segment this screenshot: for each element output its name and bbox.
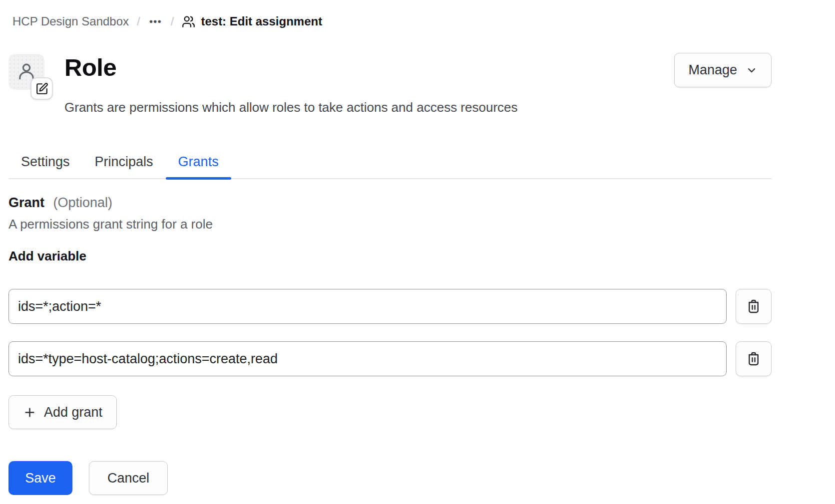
cancel-button[interactable]: Cancel [89,461,168,495]
add-variable-label: Add variable [8,248,772,264]
save-button[interactable]: Save [8,461,72,495]
breadcrumb-separator: / [137,14,140,28]
role-avatar [8,54,44,90]
optional-label: (Optional) [53,195,113,210]
grant-help-text: A permissions grant string for a role [8,216,772,233]
grant-row [8,341,772,376]
trash-icon [746,298,762,314]
page-title: Role [64,53,518,82]
breadcrumb-ellipsis-button[interactable]: ••• [148,15,163,27]
edit-avatar-button[interactable] [30,77,53,100]
breadcrumb-current-label: test: Edit assignment [201,14,322,28]
breadcrumb-separator: / [171,14,174,28]
page-header: Role Grants are permissions which allow … [8,53,772,116]
breadcrumb: HCP Design Sandbox / ••• / test: Edit as… [12,13,772,30]
tab-grants[interactable]: Grants [166,152,231,178]
grant-input-2[interactable] [8,341,727,376]
users-icon [182,15,195,28]
trash-icon [746,351,762,367]
tab-settings[interactable]: Settings [8,152,82,178]
delete-grant-2-button[interactable] [736,341,772,376]
tab-principals[interactable]: Principals [82,152,166,178]
breadcrumb-item-hcp-design-sandbox[interactable]: HCP Design Sandbox [12,14,129,28]
breadcrumb-item-current: test: Edit assignment [182,14,322,28]
grant-label: Grant [8,195,44,210]
grant-input-1[interactable] [8,289,727,324]
delete-grant-1-button[interactable] [736,289,772,324]
manage-button-label: Manage [688,62,737,78]
page: HCP Design Sandbox / ••• / test: Edit as… [0,13,772,495]
tab-bar: Settings Principals Grants [8,152,772,179]
form-actions: Save Cancel [8,461,772,495]
grant-heading: Grant (Optional) [8,194,772,211]
page-subtitle: Grants are permissions which allow roles… [64,99,518,116]
plus-icon [23,406,36,419]
edit-pencil-icon [35,82,48,95]
add-grant-button-label: Add grant [44,405,102,420]
chevron-down-icon [746,64,758,76]
add-grant-button[interactable]: Add grant [8,395,117,429]
manage-button[interactable]: Manage [674,53,772,87]
grant-row [8,289,772,324]
